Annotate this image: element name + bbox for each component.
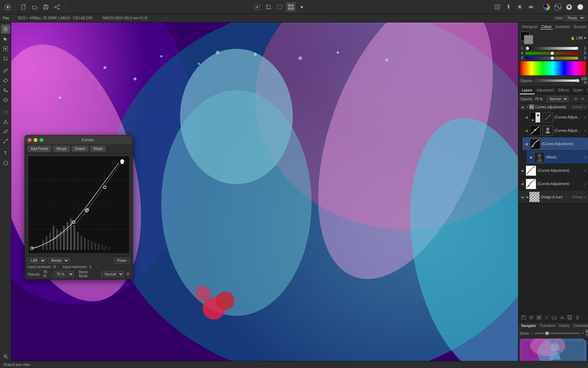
- selection-mode-btn[interactable]: [275, 2, 285, 12]
- pen-tool[interactable]: [1, 127, 10, 136]
- colour-mode-dropdown[interactable]: ▾: [584, 36, 586, 40]
- zoom-plus-btn[interactable]: +: [581, 331, 584, 336]
- layer-group-curves[interactable]: ◀ ▾ Curves adjustments (Group) ✓: [518, 103, 588, 111]
- layer-check-mask[interactable]: ✓: [584, 155, 587, 159]
- view-mode-dropdown[interactable]: ▾: [297, 2, 307, 12]
- delete-layer-btn[interactable]: [574, 314, 581, 321]
- pan-tool[interactable]: [1, 25, 10, 34]
- tab-history[interactable]: History: [558, 323, 571, 328]
- tab-swatches[interactable]: Swatches: [554, 25, 572, 29]
- save-btn[interactable]: [41, 2, 51, 12]
- eye-btn[interactable]: [526, 2, 536, 12]
- node-tool[interactable]: [1, 137, 10, 146]
- transform-tool[interactable]: [1, 44, 10, 53]
- move-up-btn[interactable]: [559, 314, 565, 321]
- text-tool[interactable]: T: [1, 149, 10, 158]
- white-circle-btn[interactable]: [575, 2, 585, 12]
- layer-check-3[interactable]: ✓: [584, 142, 587, 146]
- duplicate-layer-btn[interactable]: [567, 314, 573, 321]
- crop-mode-btn[interactable]: [264, 2, 273, 12]
- app-icon[interactable]: [3, 2, 13, 12]
- add-mask-btn[interactable]: [536, 314, 542, 321]
- opacity-slider[interactable]: [534, 79, 580, 82]
- tab-layers[interactable]: Layers: [520, 87, 534, 94]
- transform-mode-btn[interactable]: [252, 2, 262, 12]
- layer-group-dodge[interactable]: ◀ ▶ Dodge & burn (Group) ✓: [518, 191, 588, 204]
- layer-vis-4[interactable]: ◀: [520, 168, 525, 173]
- layer-item-mask[interactable]: ◀ (Mask) ✓: [527, 151, 588, 164]
- background-colour[interactable]: [524, 35, 533, 44]
- zoom-slider[interactable]: [535, 333, 580, 334]
- curves-channel-select[interactable]: LAB RGB: [28, 258, 46, 264]
- tab-colour[interactable]: Colour: [540, 25, 553, 29]
- curves-opacity-select[interactable]: 75 % 100 % 50 %: [53, 271, 74, 277]
- tab-styles[interactable]: Styles: [571, 87, 584, 94]
- eraser-tool[interactable]: [1, 76, 10, 85]
- paint-brush-tool[interactable]: [1, 66, 10, 75]
- dodge-burn-tool[interactable]: [1, 95, 10, 104]
- grid-btn[interactable]: [492, 2, 502, 12]
- maximize-button[interactable]: [40, 138, 43, 142]
- curves-curve-select[interactable]: Master Red Green Blue: [48, 258, 69, 264]
- tab-channels[interactable]: Channels: [572, 323, 588, 328]
- share-btn[interactable]: [52, 2, 62, 12]
- layers-settings-btn[interactable]: ⚙: [573, 96, 579, 102]
- layer-item-curves-2[interactable]: ◀ (Curves Adjustm...: [523, 124, 588, 137]
- layer-vis-curves-group[interactable]: ◀: [520, 104, 525, 109]
- tab-adjustment[interactable]: Adjustment: [534, 87, 556, 94]
- fill-tool[interactable]: [1, 86, 10, 95]
- colour-wheel-btn[interactable]: [542, 2, 552, 12]
- group-layers-btn[interactable]: [551, 314, 558, 321]
- curves-picker-button[interactable]: Picker: [114, 258, 130, 264]
- open-file-btn[interactable]: [30, 2, 40, 12]
- tab-histogram[interactable]: Histogram: [520, 25, 539, 29]
- layers-more-btn[interactable]: ✕: [580, 96, 586, 102]
- magic-btn[interactable]: [515, 2, 525, 12]
- layer-vis-dodge[interactable]: ◀: [520, 195, 525, 199]
- minimize-button[interactable]: [34, 138, 37, 142]
- layer-check-4[interactable]: ✓: [584, 169, 587, 172]
- hsl-btn[interactable]: [564, 2, 574, 12]
- layer-check-1[interactable]: ✓: [584, 115, 587, 119]
- select-tool[interactable]: [1, 34, 10, 43]
- l-slider[interactable]: [525, 47, 578, 50]
- merge-button[interactable]: Merge: [53, 146, 69, 152]
- tab-stock[interactable]: Stock: [585, 87, 588, 94]
- colour-spectrum[interactable]: [520, 61, 586, 75]
- tones-btn[interactable]: [553, 2, 563, 12]
- layer-item-curves-4[interactable]: ◀ (Curves Adjustment) ✓: [518, 164, 588, 177]
- selection-brush-tool[interactable]: [1, 107, 10, 116]
- colour-swatch-pair[interactable]: [520, 32, 533, 44]
- zoom-tool[interactable]: [1, 352, 10, 361]
- tab-navigator[interactable]: Navigator: [520, 323, 538, 328]
- brush-tool-btn[interactable]: [504, 2, 513, 12]
- curves-blend-select[interactable]: Normal Multiply Screen: [102, 271, 124, 277]
- layer-vis-mask[interactable]: ◀: [528, 155, 533, 160]
- view-mode-btn[interactable]: [286, 2, 296, 12]
- layer-vis-5[interactable]: ◀: [520, 182, 525, 186]
- tab-brushes[interactable]: Brushes: [572, 25, 588, 29]
- curves-graph[interactable]: [28, 156, 130, 254]
- layer-item-curves-1[interactable]: ◀ (Curves Adjustm... ✓: [523, 111, 588, 124]
- tab-effects[interactable]: Effects: [556, 87, 571, 94]
- layer-check-dodge[interactable]: ✓: [584, 195, 587, 199]
- zoom-minus-btn[interactable]: −: [531, 331, 533, 336]
- layer-check-5[interactable]: ✓: [584, 182, 587, 186]
- layer-expand-dodge[interactable]: ▶: [526, 195, 529, 199]
- layer-vis-1[interactable]: ◀: [524, 115, 529, 120]
- a-slider[interactable]: [525, 52, 578, 55]
- delete-button[interactable]: Delete: [72, 146, 88, 152]
- new-file-btn[interactable]: [19, 2, 28, 12]
- b-slider[interactable]: [525, 57, 578, 60]
- layer-check-2[interactable]: ✓: [584, 129, 587, 132]
- layer-item-curves-5[interactable]: ◀ (Curves Adjustment) ✓: [518, 177, 588, 191]
- layer-vis-3[interactable]: ◀: [524, 142, 529, 146]
- vector-tool[interactable]: [1, 117, 10, 126]
- add-pixel-layer-btn[interactable]: [520, 314, 527, 321]
- shape-tool[interactable]: [1, 158, 10, 168]
- add-adjustment-btn[interactable]: [528, 314, 534, 321]
- layer-check-curves-group[interactable]: ✓: [584, 105, 587, 109]
- crop-tool[interactable]: [1, 54, 10, 63]
- reset-button[interactable]: Reset: [90, 146, 106, 152]
- layer-item-curves-3[interactable]: ◀ (Curves Adjustment) ✓: [523, 137, 588, 151]
